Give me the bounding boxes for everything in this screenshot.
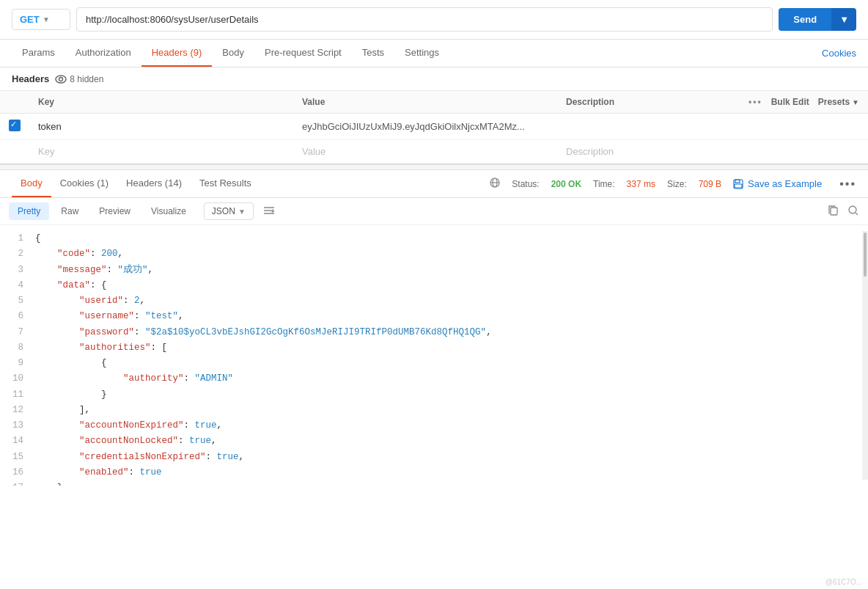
status-label: Status:: [512, 179, 539, 189]
scrollbar-thumb[interactable]: [864, 233, 867, 277]
col-checkbox-header: [0, 91, 29, 114]
view-preview-button[interactable]: Preview: [90, 202, 139, 220]
wrap-button[interactable]: [262, 204, 276, 219]
url-input[interactable]: [76, 7, 773, 32]
method-select[interactable]: GET ▼: [12, 9, 70, 30]
more-options-button[interactable]: •••: [839, 178, 856, 191]
presets-button[interactable]: Presets ▼: [818, 97, 859, 107]
code-line: }: [35, 480, 856, 486]
code-area[interactable]: 123456789101112131415161718 { "code": 20…: [0, 225, 868, 486]
save-example-button[interactable]: Save as Example: [733, 178, 822, 189]
tab-tests[interactable]: Tests: [352, 40, 394, 67]
line-number: 4: [6, 278, 23, 293]
request-tabs-bar: Params Authorization Headers (9) Body Pr…: [0, 40, 868, 67]
line-number: 12: [6, 403, 23, 418]
presets-chevron-icon: ▼: [852, 98, 859, 106]
line-number: 6: [6, 309, 23, 324]
line-number: 1: [6, 231, 23, 246]
copy-button[interactable]: [827, 205, 839, 219]
method-chevron-icon: ▼: [43, 15, 62, 23]
scrollbar[interactable]: [862, 231, 868, 480]
empty-value-cell[interactable]: Value: [293, 140, 557, 164]
response-tabs-bar: Body Cookies (1) Headers (14) Test Resul…: [0, 170, 868, 198]
col-actions: ••• Bulk Edit Presets ▼: [749, 97, 859, 107]
code-line: "credentialsNonExpired": true,: [35, 450, 856, 465]
format-select[interactable]: JSON ▼: [204, 202, 254, 220]
line-number: 16: [6, 465, 23, 480]
row-value-text: eyJhbGciOiJIUzUxMiJ9.eyJqdGkiOilxNjcxMTA…: [302, 121, 525, 132]
svg-line-13: [856, 213, 858, 215]
line-number: 15: [6, 450, 23, 465]
top-bar: GET ▼ Send ▼: [0, 0, 868, 40]
line-number: 3: [6, 263, 23, 278]
resp-tab-headers[interactable]: Headers (14): [117, 170, 191, 197]
code-line: }: [35, 387, 856, 403]
row-key-value: token: [38, 121, 62, 132]
line-number: 5: [6, 293, 23, 309]
line-number: 2: [6, 246, 23, 262]
format-chevron-icon: ▼: [238, 208, 246, 216]
send-dropdown[interactable]: ▼: [831, 8, 856, 31]
line-number: 10: [6, 371, 23, 387]
cookies-link[interactable]: Cookies: [822, 40, 856, 66]
view-raw-button[interactable]: Raw: [52, 202, 87, 220]
line-number: 13: [6, 418, 23, 433]
empty-key-placeholder: Key: [38, 146, 54, 157]
copy-icon: [827, 205, 839, 216]
time-value: 337 ms: [627, 179, 655, 189]
tab-authorization[interactable]: Authorization: [65, 40, 141, 67]
send-button[interactable]: Send ▼: [779, 8, 856, 31]
svg-rect-7: [735, 184, 742, 188]
resp-meta: Status: 200 OK Time: 337 ms Size: 709 B …: [490, 178, 856, 191]
code-line: ],: [35, 403, 856, 418]
tab-pre-request[interactable]: Pre-request Script: [254, 40, 352, 67]
empty-desc-cell[interactable]: Description: [557, 140, 868, 164]
line-number: 17: [6, 480, 23, 486]
table-row-empty: Key Value Description: [0, 140, 868, 164]
svg-rect-6: [735, 180, 740, 183]
globe-icon: [490, 178, 500, 190]
hidden-badge[interactable]: 8 hidden: [55, 74, 103, 84]
tab-headers[interactable]: Headers (9): [141, 40, 213, 67]
headers-table-head: Key Value Description ••• Bulk Edit Pres…: [0, 91, 868, 114]
empty-desc-placeholder: Description: [566, 146, 614, 157]
save-icon: [733, 179, 743, 189]
col-desc-header: Description ••• Bulk Edit Presets ▼: [557, 91, 868, 114]
row-key-cell: token: [29, 114, 293, 140]
more-icon: •••: [749, 97, 762, 107]
row-desc-cell: [557, 114, 868, 140]
code-line: "accountNonLocked": true,: [35, 433, 856, 449]
view-pretty-button[interactable]: Pretty: [9, 202, 49, 220]
tab-body[interactable]: Body: [212, 40, 254, 67]
eye-icon: [55, 75, 67, 84]
resp-tab-cookies[interactable]: Cookies (1): [51, 170, 117, 197]
svg-point-12: [849, 206, 856, 213]
empty-value-placeholder: Value: [302, 146, 326, 157]
code-line: "userid": 2,: [35, 293, 856, 309]
code-line: {: [35, 356, 856, 371]
code-line: "enabled": true: [35, 465, 856, 480]
bulk-edit-button[interactable]: Bulk Edit: [771, 97, 809, 107]
resp-tab-body[interactable]: Body: [12, 170, 51, 197]
line-number: 11: [6, 387, 23, 403]
row-value-cell: eyJhbGciOiJIUzUxMiJ9.eyJqdGkiOilxNjcxMTA…: [293, 114, 557, 140]
size-value: 709 B: [699, 179, 721, 189]
empty-key-cell[interactable]: Key: [29, 140, 293, 164]
row-checkbox[interactable]: [9, 120, 21, 131]
svg-rect-11: [831, 208, 837, 215]
headers-label-row: Headers 8 hidden: [0, 67, 868, 90]
response-section: Body Cookies (1) Headers (14) Test Resul…: [0, 170, 868, 486]
headers-section: Headers 8 hidden Key Value Description •…: [0, 67, 868, 164]
view-visualize-button[interactable]: Visualize: [142, 202, 195, 220]
resp-tab-test-results[interactable]: Test Results: [191, 170, 260, 197]
line-number: 9: [6, 356, 23, 371]
svg-point-1: [59, 77, 63, 81]
format-bar: Pretty Raw Preview Visualize JSON ▼: [0, 198, 868, 225]
send-main[interactable]: Send: [779, 8, 831, 31]
tab-params[interactable]: Params: [12, 40, 65, 67]
table-row: token eyJhbGciOiJIUzUxMiJ9.eyJqdGkiOilxN…: [0, 114, 868, 140]
line-numbers: 123456789101112131415161718: [0, 231, 29, 480]
tab-settings[interactable]: Settings: [394, 40, 449, 67]
search-button[interactable]: [847, 205, 859, 219]
code-line: "code": 200,: [35, 246, 856, 262]
